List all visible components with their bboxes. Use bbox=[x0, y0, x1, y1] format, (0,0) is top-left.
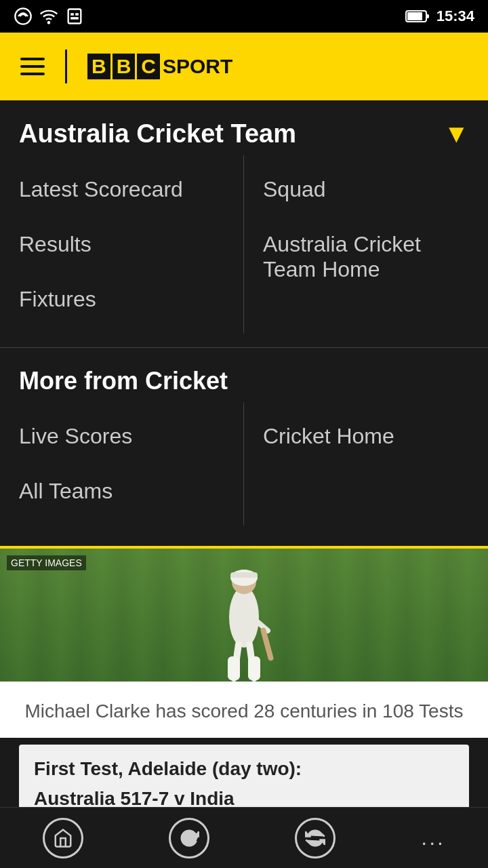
menu-item-live-scores[interactable]: Live Scores bbox=[19, 409, 224, 464]
menu-item-all-teams[interactable]: All Teams bbox=[19, 464, 224, 519]
svg-rect-7 bbox=[407, 12, 422, 20]
cricket-right-col: Cricket Home bbox=[244, 402, 488, 526]
menu-item-aus-cricket-home[interactable]: Australia Cricket Team Home bbox=[263, 217, 469, 297]
refresh-button[interactable] bbox=[169, 818, 209, 859]
bbc-sport-logo: BBC SPORT bbox=[87, 54, 232, 79]
menu-item-results[interactable]: Results bbox=[19, 217, 224, 272]
team-title: Australia Cricket Team bbox=[19, 119, 296, 149]
chevron-down-icon[interactable]: ▼ bbox=[443, 119, 469, 149]
home-button[interactable] bbox=[43, 818, 83, 859]
hamburger-menu[interactable] bbox=[20, 58, 45, 75]
svg-point-1 bbox=[48, 22, 49, 23]
time-display: 15:34 bbox=[436, 7, 474, 25]
sim-icon bbox=[65, 7, 84, 26]
svg-rect-17 bbox=[228, 656, 240, 680]
player-silhouette bbox=[203, 549, 285, 682]
app-header: BBC SPORT bbox=[0, 33, 488, 100]
svg-rect-12 bbox=[230, 572, 258, 578]
sync-button[interactable] bbox=[295, 818, 336, 859]
menu-item-fixtures[interactable]: Fixtures bbox=[19, 272, 224, 327]
signal-icon bbox=[14, 7, 33, 26]
hero-image: GETTY IMAGES bbox=[0, 546, 488, 682]
team-right-col: Squad Australia Cricket Team Home bbox=[244, 155, 488, 334]
svg-rect-18 bbox=[248, 656, 260, 680]
bbc-boxes: BBC bbox=[87, 54, 160, 79]
cricket-menu-grid: Live Scores All Teams Cricket Home bbox=[0, 402, 488, 546]
svg-rect-3 bbox=[70, 13, 74, 16]
battery-icon bbox=[405, 9, 430, 24]
team-menu-grid: Latest Scorecard Results Fixtures Squad … bbox=[0, 149, 488, 348]
sync-icon bbox=[305, 828, 325, 848]
menu-item-latest-scorecard[interactable]: Latest Scorecard bbox=[19, 162, 224, 217]
caption-area: Michael Clarke has scored 28 centuries i… bbox=[0, 682, 488, 738]
cricket-section-title: More from Cricket bbox=[19, 367, 228, 395]
svg-rect-2 bbox=[68, 9, 81, 24]
bottom-nav: ... bbox=[0, 807, 488, 868]
more-button[interactable]: ... bbox=[421, 825, 445, 850]
refresh-icon bbox=[179, 828, 199, 848]
grass-field: GETTY IMAGES bbox=[0, 549, 488, 682]
home-icon bbox=[53, 828, 73, 848]
menu-item-cricket-home[interactable]: Cricket Home bbox=[263, 409, 469, 464]
menu-item-squad[interactable]: Squad bbox=[263, 162, 469, 217]
svg-rect-5 bbox=[70, 17, 79, 19]
status-bar: 15:34 bbox=[0, 0, 488, 33]
header-divider bbox=[65, 50, 67, 83]
scorecard-line1: First Test, Adelaide (day two): bbox=[34, 758, 454, 780]
caption-text: Michael Clarke has scored 28 centuries i… bbox=[19, 698, 469, 724]
team-left-col: Latest Scorecard Results Fixtures bbox=[0, 155, 244, 334]
cricket-left-col: Live Scores All Teams bbox=[0, 402, 244, 526]
sport-label: SPORT bbox=[163, 55, 232, 78]
svg-rect-8 bbox=[426, 14, 429, 18]
team-dropdown-header[interactable]: Australia Cricket Team ▼ bbox=[0, 100, 488, 149]
wifi-icon bbox=[39, 7, 58, 26]
cricket-section-header: More from Cricket bbox=[0, 348, 488, 402]
status-icons bbox=[14, 7, 84, 26]
svg-rect-4 bbox=[75, 13, 79, 16]
svg-point-0 bbox=[15, 8, 30, 24]
status-right: 15:34 bbox=[405, 7, 474, 25]
getty-badge: GETTY IMAGES bbox=[7, 555, 86, 570]
